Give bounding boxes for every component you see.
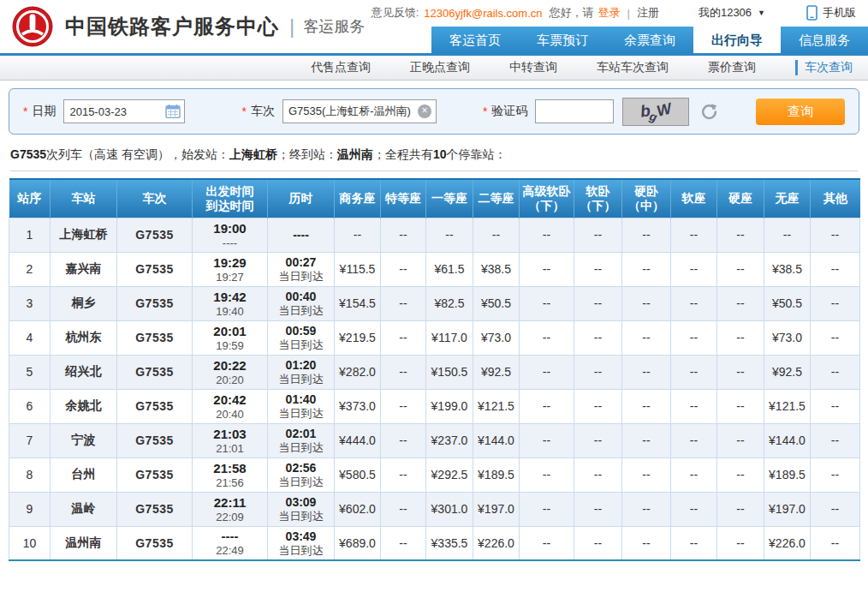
- fare-cell: --: [717, 492, 764, 526]
- station-name: 嘉兴南: [51, 252, 117, 286]
- train-field-group: * 车次 ×: [241, 99, 436, 123]
- station-seq: 10: [9, 526, 51, 560]
- depart-time: ----: [193, 528, 267, 544]
- fare-cell: ¥38.5: [764, 252, 811, 286]
- arrive-note: 当日到达: [268, 407, 334, 421]
- my-12306-dropdown[interactable]: 我的12306 ▼: [699, 5, 765, 21]
- train-input[interactable]: [283, 100, 418, 123]
- column-header: 特等座: [381, 179, 426, 218]
- schedule-body: 1上海虹桥G753519:00-------------------------…: [9, 218, 860, 560]
- arrive-time: 20:20: [193, 374, 267, 387]
- fare-cell: --: [520, 389, 574, 423]
- fare-cell: --: [671, 423, 717, 457]
- time-cell: 22:1122:09: [193, 492, 268, 526]
- fare-cell: --: [520, 252, 574, 286]
- depart-time: 22:11: [193, 494, 267, 511]
- subnav-item[interactable]: 车站车次查询: [597, 60, 669, 75]
- duration: 00:27: [268, 254, 334, 270]
- subnav-item[interactable]: 代售点查询: [311, 60, 371, 75]
- fare-cell: --: [811, 355, 860, 389]
- subnav-item[interactable]: 票价查询: [708, 60, 756, 75]
- refresh-captcha-icon[interactable]: [700, 103, 718, 121]
- title-separator: |: [289, 15, 294, 39]
- table-row: 3桐乡G753519:4219:4000:40当日到达¥154.5--¥82.5…: [9, 286, 860, 320]
- time-cell: 20:2220:20: [193, 355, 268, 389]
- column-header: 无座: [764, 179, 811, 218]
- arrive-note: 当日到达: [268, 338, 334, 352]
- arrive-time: 21:56: [193, 476, 267, 490]
- fare-cell: --: [381, 355, 426, 389]
- captcha-field-group: * 验证码 bgW: [483, 98, 718, 126]
- train-number: G7535: [117, 492, 193, 526]
- subnav-item[interactable]: 车次查询: [795, 60, 853, 75]
- fare-cell: --: [717, 457, 764, 492]
- search-panel: * 日期 * 车次 × * 验证码: [9, 88, 859, 135]
- phone-icon: [806, 5, 817, 21]
- clear-input-icon[interactable]: ×: [418, 105, 431, 118]
- column-header: 硬座: [717, 179, 764, 218]
- subnav-item[interactable]: 中转查询: [509, 60, 557, 75]
- fare-cell: --: [520, 218, 574, 252]
- station-seq: 9: [9, 492, 51, 526]
- summary-text-4: 个停靠站：: [447, 147, 507, 161]
- nav-tab[interactable]: 出行向导: [693, 27, 781, 53]
- fare-cell: --: [520, 320, 574, 355]
- fare-cell: --: [381, 218, 426, 252]
- column-header: 车次: [117, 179, 193, 218]
- fare-cell: --: [717, 355, 764, 389]
- captcha-input[interactable]: [536, 100, 613, 123]
- summary-origin: 上海虹桥: [229, 147, 277, 161]
- register-link[interactable]: 注册: [637, 5, 659, 21]
- nav-tab[interactable]: 客运首页: [431, 27, 519, 53]
- train-input-wrap: ×: [282, 99, 437, 123]
- column-header: 其他: [811, 179, 860, 218]
- duration-cell: 03:09当日到达: [268, 492, 335, 526]
- fare-cell: ¥189.5: [473, 457, 520, 492]
- fare-cell: --: [622, 218, 671, 252]
- fare-cell: --: [381, 457, 426, 492]
- captcha-input-wrap: [535, 99, 614, 123]
- fare-cell: --: [811, 389, 860, 423]
- duration: 03:09: [268, 494, 334, 510]
- fare-cell: --: [574, 526, 622, 560]
- station-seq: 5: [9, 355, 51, 389]
- captcha-image[interactable]: bgW: [622, 98, 689, 126]
- fare-cell: --: [622, 355, 671, 389]
- fare-cell: ¥219.5: [335, 320, 381, 355]
- fare-cell: ¥301.0: [426, 492, 473, 526]
- station-name: 温州南: [51, 526, 117, 560]
- fare-cell: ¥226.0: [764, 526, 811, 560]
- train-label: 车次: [251, 104, 275, 119]
- arrive-time: 22:49: [193, 544, 267, 558]
- fare-cell: --: [622, 423, 671, 457]
- fare-cell: --: [717, 218, 764, 252]
- arrive-time: 19:59: [193, 339, 267, 353]
- subnav-item[interactable]: 正晚点查询: [410, 60, 470, 75]
- nav-tab[interactable]: 信息服务: [781, 27, 868, 53]
- duration-cell: 00:40当日到达: [268, 286, 335, 320]
- fare-cell: ¥580.5: [335, 457, 381, 492]
- fare-cell: --: [671, 526, 717, 560]
- fare-cell: ¥144.0: [764, 423, 811, 457]
- time-cell: 19:2919:27: [193, 252, 268, 286]
- nav-tab[interactable]: 车票预订: [519, 27, 606, 53]
- fare-cell: --: [717, 389, 764, 423]
- duration: 02:56: [268, 460, 334, 475]
- china-railway-logo-icon[interactable]: [12, 6, 53, 47]
- train-number: G7535: [117, 355, 193, 389]
- time-cell: 20:4220:40: [193, 389, 268, 423]
- column-header: 车站: [51, 179, 117, 218]
- mobile-version-link[interactable]: 手机版: [806, 5, 856, 21]
- search-button[interactable]: 查询: [756, 99, 845, 125]
- station-name: 台州: [51, 457, 117, 492]
- nav-tab[interactable]: 余票查询: [606, 27, 693, 53]
- duration-cell: 00:59当日到达: [268, 320, 335, 355]
- feedback-email-link[interactable]: 12306yjfk@rails.com.cn: [424, 7, 542, 20]
- calendar-icon[interactable]: [165, 104, 181, 119]
- duration-cell: 02:56当日到达: [268, 457, 335, 492]
- fare-cell: ¥373.0: [335, 389, 381, 423]
- date-input[interactable]: [64, 100, 165, 123]
- fare-cell: ¥73.0: [764, 320, 811, 355]
- login-link[interactable]: 登录: [598, 5, 621, 21]
- fare-cell: --: [574, 389, 622, 423]
